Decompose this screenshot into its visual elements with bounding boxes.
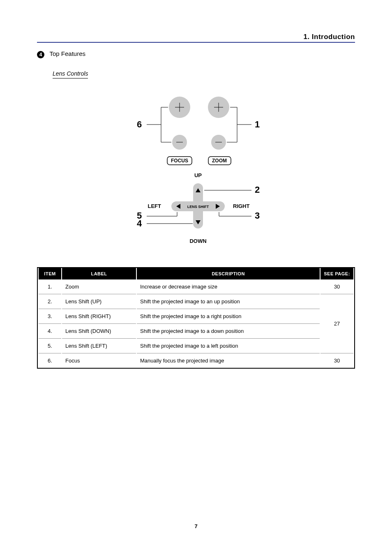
- cell-desc: Shift the projected image to an up posit…: [137, 294, 320, 309]
- cell-label: Focus: [62, 353, 136, 368]
- th-item: ITEM: [39, 268, 61, 279]
- table-row: 2. Lens Shift (UP) Shift the projected i…: [39, 294, 353, 309]
- table-row: 5. Lens Shift (LEFT) Shift the projected…: [39, 339, 353, 353]
- svg-text:DOWN: DOWN: [189, 238, 206, 244]
- controls-table: ITEM LABEL DESCRIPTION SEE PAGE: 1. Zoom…: [37, 267, 355, 369]
- cell-label: Lens Shift (UP): [62, 294, 136, 309]
- section-title: Top Features: [49, 50, 85, 57]
- lens-controls-diagram: 6 1 FOCUS ZOOM UP LENS SHIFT LEFT RIGHT …: [37, 85, 355, 259]
- svg-text:FOCUS: FOCUS: [171, 158, 188, 164]
- subsection-title: Lens Controls: [53, 70, 88, 78]
- cell-item: 6.: [39, 353, 61, 368]
- svg-text:1: 1: [255, 119, 260, 129]
- cell-page: 27: [321, 294, 353, 353]
- th-description: DESCRIPTION: [137, 268, 320, 279]
- cell-label: Lens Shift (RIGHT): [62, 309, 136, 324]
- cell-desc: Shift the projected image to a down posi…: [137, 324, 320, 339]
- chapter-title: 1. Introduction: [303, 33, 355, 41]
- cell-label: Zoom: [62, 279, 136, 294]
- cell-item: 2.: [39, 294, 61, 309]
- cell-page: 30: [321, 279, 353, 294]
- section-number-badge: 4: [37, 51, 44, 58]
- table-row: 4. Lens Shift (DOWN) Shift the projected…: [39, 324, 353, 339]
- svg-text:LENS SHIFT: LENS SHIFT: [187, 205, 209, 209]
- cell-desc: Manually focus the projected image: [137, 353, 320, 368]
- th-see-page: SEE PAGE:: [321, 268, 353, 279]
- page-number: 7: [0, 523, 392, 529]
- th-label: LABEL: [62, 268, 136, 279]
- table-row: 3. Lens Shift (RIGHT) Shift the projecte…: [39, 309, 353, 324]
- table-row: 6. Focus Manually focus the projected im…: [39, 353, 353, 368]
- svg-text:UP: UP: [194, 172, 202, 178]
- cell-item: 1.: [39, 279, 61, 294]
- svg-text:3: 3: [255, 210, 260, 221]
- svg-text:4: 4: [137, 218, 142, 229]
- cell-item: 3.: [39, 309, 61, 324]
- svg-text:ZOOM: ZOOM: [212, 158, 227, 164]
- cell-item: 5.: [39, 339, 61, 353]
- cell-desc: Shift the projected image to a right pos…: [137, 309, 320, 324]
- section-row: 4 Top Features: [37, 50, 355, 58]
- chapter-header: 1. Introduction: [37, 33, 355, 43]
- svg-text:2: 2: [255, 185, 260, 195]
- cell-label: Lens Shift (LEFT): [62, 339, 136, 353]
- cell-label: Lens Shift (DOWN): [62, 324, 136, 339]
- svg-text:LEFT: LEFT: [148, 203, 161, 209]
- svg-text:RIGHT: RIGHT: [233, 203, 250, 209]
- cell-page: 30: [321, 353, 353, 368]
- table-row: 1. Zoom Increase or decrease image size …: [39, 279, 353, 294]
- cell-desc: Increase or decrease image size: [137, 279, 320, 294]
- svg-text:6: 6: [137, 119, 142, 129]
- cell-item: 4.: [39, 324, 61, 339]
- subsection: Lens Controls: [53, 70, 355, 78]
- cell-desc: Shift the projected image to a left posi…: [137, 339, 320, 353]
